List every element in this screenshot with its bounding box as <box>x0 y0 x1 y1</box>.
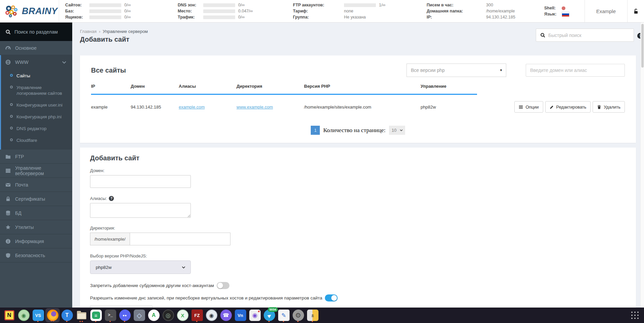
chevron-down-icon <box>181 265 186 270</box>
submenu-item-logging[interactable]: Управление логированием сайтов <box>1 82 72 99</box>
taskbar-vnc-icon[interactable]: Vn <box>233 308 248 323</box>
directory-field: /home/example/ <box>90 233 625 245</box>
edit-button[interactable]: Редактировать <box>545 101 591 113</box>
taskbar-androidstudio-icon[interactable]: A <box>146 308 161 323</box>
taskbar-telegram-icon[interactable]: 5034▶• <box>262 308 276 323</box>
sidebar-item-databases[interactable]: БД <box>0 206 72 220</box>
quick-search-input[interactable] <box>548 33 622 38</box>
taskbar-x2go-icon[interactable]: X <box>175 308 190 323</box>
shield-icon <box>5 253 11 258</box>
sidebar-search[interactable] <box>0 23 72 41</box>
sidebar-item-main[interactable]: Основное <box>0 41 72 55</box>
taskbar-viber-icon[interactable]: ☎ <box>219 308 233 323</box>
stat-label: Группа: <box>293 15 344 19</box>
row-actions: Опции Редактировать Удалить <box>477 101 625 113</box>
domain-filter-input[interactable] <box>526 64 625 77</box>
scrollbar-thumb[interactable] <box>641 24 644 68</box>
running-indicator: • <box>31 320 45 323</box>
php-version-select[interactable]: php82w <box>90 260 191 274</box>
breadcrumb-separator: › <box>99 29 100 34</box>
taskbar-camera-icon[interactable]: ◉ <box>248 308 262 323</box>
lock-icon <box>5 196 11 202</box>
table-row: example 94.130.142.185 example.com www.e… <box>91 95 625 118</box>
column-header-management: Управление <box>421 84 477 89</box>
pencil-icon <box>550 105 554 109</box>
breadcrumb-home[interactable]: Главная <box>80 29 96 34</box>
sidebar-item-security[interactable]: Безопасность <box>0 248 72 263</box>
per-page-select[interactable]: 10 <box>389 126 405 135</box>
stat-value: 0/∞ <box>238 3 245 7</box>
running-indicator: • <box>262 320 276 323</box>
site-www-alias-link[interactable]: www.example.com <box>237 105 273 110</box>
taskbar-chat-icon[interactable]: ≡• <box>89 308 103 323</box>
dns-toggle[interactable] <box>325 294 338 301</box>
stat-value: 300 <box>486 3 493 7</box>
globe-icon <box>5 59 11 65</box>
username[interactable]: Example <box>585 0 627 22</box>
taskbar-thunderbird-icon[interactable]: T• <box>60 308 74 323</box>
app-launcher-grid-icon[interactable] <box>631 311 639 320</box>
logout-lock-button[interactable] <box>627 0 644 22</box>
taskbar-settings-icon[interactable]: ⚙• <box>291 308 305 323</box>
taskbar-webcam-icon[interactable]: ◉ <box>204 308 219 323</box>
sidebar-item-utilities[interactable]: Утилиты <box>0 220 72 234</box>
column-header-aliases: Алиасы <box>179 84 237 89</box>
taskbar-obs-icon[interactable]: ◎ <box>161 308 175 323</box>
aliases-textarea[interactable] <box>90 203 191 218</box>
submenu-item-label: Управление логированием сайтов <box>16 85 69 96</box>
www-submenu: Сайты Управление логированием сайтов Кон… <box>1 69 72 150</box>
submenu-item-label: Конфигурация php.ini <box>16 114 61 120</box>
running-indicator: • <box>60 320 74 323</box>
sidebar-item-certificates[interactable]: Сертификаты <box>0 192 72 206</box>
taskbar-files-icon[interactable]: •• <box>74 308 89 323</box>
domain-input[interactable] <box>90 175 191 188</box>
site-php-cell: php82w <box>421 105 477 110</box>
directory-input[interactable] <box>130 233 230 245</box>
submenu-item-cloudflare[interactable]: Cloudflare <box>1 134 72 146</box>
site-alias-link[interactable]: example.com <box>179 105 205 110</box>
page-number-button[interactable]: 1 <box>311 126 320 135</box>
sidebar-item-label: Безопасность <box>15 253 45 258</box>
stat-label: Баз: <box>65 9 89 13</box>
sidebar-item-mail[interactable]: Почта <box>0 178 72 192</box>
taskbar-notepadqq-icon[interactable]: N <box>2 308 16 323</box>
taskbar-calculator-icon[interactable]: ±• <box>305 308 320 323</box>
sidebar-item-label: Утилиты <box>15 225 34 230</box>
stat-value: Не указана <box>344 15 366 19</box>
stats-col-2: DNS зон:0/∞ Место:0.047/∞ Трафик:0/∞ <box>178 3 293 20</box>
question-icon[interactable]: ? <box>109 196 114 201</box>
running-indicator: • <box>190 320 204 323</box>
toggle-knob <box>331 295 337 301</box>
taskbar-anaconda-icon[interactable]: ◉ <box>16 308 31 323</box>
sidebar-search-input[interactable] <box>14 29 65 35</box>
subdomains-toggle[interactable] <box>217 282 229 289</box>
taskbar-virtualbox-icon[interactable]: ◇ <box>132 308 146 323</box>
taskbar-terminal-icon[interactable]: >_• <box>103 308 118 323</box>
taskbar-vscode-icon[interactable]: VS• <box>31 308 45 323</box>
php-version-filter-select[interactable]: Все версии php ▼ <box>406 64 506 77</box>
taskbar-notes-icon[interactable]: ✎• <box>276 308 291 323</box>
sidebar-item-information[interactable]: Информация <box>0 234 72 248</box>
stat-value: 0/∞ <box>124 9 131 13</box>
sidebar-item-ftp[interactable]: FTP <box>0 150 72 164</box>
brainy-logo-icon <box>4 4 19 18</box>
pagination: 1 Количество на странице: 10 <box>91 126 625 135</box>
options-button[interactable]: Опции <box>514 101 543 113</box>
subdomains-toggle-row: Запретить добавление субдоменов другим х… <box>90 282 625 289</box>
scrollbar-track[interactable] <box>640 23 644 308</box>
submenu-item-userini[interactable]: Конфигурация user.ini <box>1 99 72 111</box>
sidebar-item-webserver[interactable]: Управление вебсервером <box>0 164 72 178</box>
submenu-item-sites[interactable]: Сайты <box>1 70 72 82</box>
submenu-item-phpini[interactable]: Конфигурация php.ini <box>1 111 72 123</box>
taskbar-discord-icon[interactable]: ••• <box>118 308 132 323</box>
quick-search-box[interactable] <box>536 29 634 42</box>
sidebar-item-www[interactable]: WWW <box>1 55 72 69</box>
taskbar-firefox-icon[interactable]: •• <box>45 308 60 322</box>
search-icon <box>5 29 11 35</box>
delete-button[interactable]: Удалить <box>593 101 625 113</box>
russian-flag-icon[interactable] <box>562 12 569 17</box>
taskbar-filezilla-icon[interactable]: FZ• <box>190 308 204 323</box>
column-header-domain: Домен <box>131 84 179 89</box>
submenu-item-dns-editor[interactable]: DNS редактор <box>1 123 72 134</box>
logo[interactable]: BRAINY <box>0 0 59 22</box>
